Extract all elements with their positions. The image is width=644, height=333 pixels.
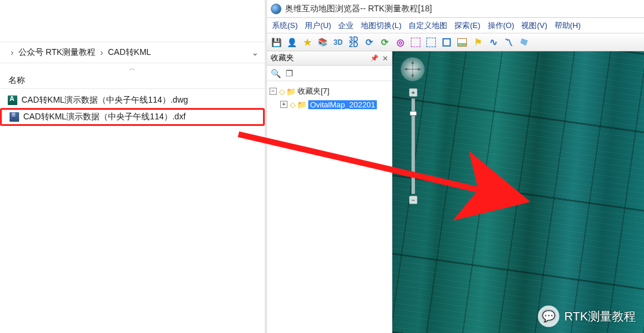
refresh-button[interactable]	[378, 36, 391, 49]
zigzag-icon	[504, 38, 513, 47]
chevron-right-icon[interactable]: ›	[6, 48, 18, 57]
breadcrumb-level-1[interactable]: 公众号 RTK测量教程	[18, 47, 96, 58]
pin-icon[interactable]: 📌	[370, 54, 379, 62]
column-sort-indicator[interactable]: ︿	[0, 63, 265, 73]
target-button[interactable]	[394, 36, 407, 49]
menu-view[interactable]: 视图(V)	[518, 20, 550, 31]
tree-root-label: 收藏夹[7]	[298, 86, 329, 97]
breadcrumb-level-2[interactable]: CAD转KML	[108, 47, 151, 58]
work-area: 收藏夹 📌 ✕ − 收藏夹[7] + OvitalM	[267, 51, 644, 333]
chevron-up-icon: ︿	[129, 64, 136, 72]
folder-icon	[297, 100, 308, 109]
select-area-button[interactable]	[409, 36, 422, 49]
menu-mapswitch[interactable]: 地图切换(L)	[357, 20, 405, 31]
zoom-out-button[interactable]: −	[409, 196, 417, 204]
solid-box-icon	[442, 38, 451, 47]
file-list: CAD转KML演示数据（中央子午线114）.dwg CAD转KML演示数据（中央…	[0, 89, 265, 130]
cascade-icon[interactable]	[286, 68, 293, 79]
breadcrumb[interactable]: › 公众号 RTK测量教程 › CAD转KML ⌄	[0, 42, 265, 63]
wechat-icon	[538, 306, 559, 327]
explorer-top-gap	[0, 0, 265, 42]
favorites-panel-header[interactable]: 收藏夹 📌 ✕	[267, 51, 392, 66]
menu-explore[interactable]: 探索(E)	[451, 20, 484, 31]
chevron-right-icon: ›	[95, 48, 108, 57]
file-name: CAD转KML演示数据（中央子午线114）.dwg	[21, 95, 188, 106]
rect-button[interactable]	[440, 36, 453, 49]
app-globe-icon	[271, 4, 281, 14]
window-title: 奥维互动地图浏览器-- RTK测量教程[18]	[285, 4, 432, 14]
file-name: CAD转KML演示数据（中央子午线114）.dxf	[23, 112, 185, 122]
dashed-box-icon	[411, 38, 420, 47]
pan-control[interactable]	[401, 57, 425, 81]
window-titlebar[interactable]: 奥维互动地图浏览器-- RTK测量教程[18]	[267, 0, 644, 18]
polygon-button[interactable]	[518, 36, 531, 49]
file-explorer-pane: › 公众号 RTK测量教程 › CAD转KML ⌄ ︿ 名称 CAD转KML演示…	[0, 0, 265, 333]
flag-button[interactable]	[471, 36, 484, 49]
diamond-icon	[290, 100, 297, 109]
favorite-button[interactable]	[301, 36, 314, 49]
file-row-dwg[interactable]: CAD转KML演示数据（中央子午线114）.dwg	[0, 92, 265, 108]
flag-icon	[474, 37, 482, 48]
polygon-icon	[520, 38, 528, 47]
menu-help[interactable]: 帮助(H)	[551, 20, 584, 31]
menu-system[interactable]: 系统(S)	[268, 20, 301, 31]
3d-button[interactable]: 3D	[332, 36, 345, 49]
user-icon	[287, 38, 297, 47]
refresh-icon	[381, 37, 389, 48]
favorites-tree: − 收藏夹[7] + OvitalMap_202201	[267, 81, 392, 333]
rotate-button[interactable]	[363, 36, 376, 49]
3d-icon: 3D	[333, 38, 342, 47]
tree-item-ovitalmap[interactable]: + OvitalMap_202201	[270, 98, 389, 111]
favorites-toolbar	[267, 66, 392, 81]
dashed-box2-icon	[426, 38, 436, 47]
diamond-icon	[279, 87, 286, 96]
rotate-icon	[366, 37, 373, 48]
menu-operate[interactable]: 操作(O)	[484, 20, 518, 31]
favorites-panel: 收藏夹 📌 ✕ − 收藏夹[7] + OvitalM	[267, 51, 392, 333]
3d2d-button[interactable]: 3D 2D	[347, 36, 360, 49]
path-button[interactable]	[487, 36, 500, 49]
dxf-file-icon	[9, 112, 20, 122]
collapse-icon[interactable]: −	[270, 88, 277, 95]
watermark: RTK测量教程	[538, 306, 636, 327]
zoom-thumb[interactable]	[410, 111, 417, 116]
polyline-button[interactable]	[502, 36, 515, 49]
map-view[interactable]: + −	[392, 51, 644, 333]
wave-icon	[490, 36, 497, 48]
stack-icon	[318, 38, 327, 47]
select-area2-button[interactable]	[425, 36, 438, 49]
3d2d-icon: 3D 2D	[349, 37, 358, 48]
menubar: 系统(S) 用户(U) 企业 地图切换(L) 自定义地图 探索(E) 操作(O)…	[267, 18, 644, 33]
breadcrumb-dropdown-icon[interactable]: ⌄	[252, 48, 259, 57]
toolbar: 3D 3D 2D	[267, 33, 644, 51]
image-button[interactable]	[456, 36, 469, 49]
layers-button[interactable]	[316, 36, 329, 49]
tree-root[interactable]: − 收藏夹[7]	[270, 85, 389, 98]
file-row-dxf-highlighted[interactable]: CAD转KML演示数据（中央子午线114）.dxf	[0, 108, 265, 126]
zoom-control[interactable]: + −	[409, 88, 417, 204]
picture-icon	[457, 38, 467, 47]
menu-custommap[interactable]: 自定义地图	[405, 20, 451, 31]
zoom-in-button[interactable]: +	[409, 88, 417, 97]
search-icon[interactable]	[271, 68, 281, 79]
save-button[interactable]	[270, 36, 283, 49]
menu-user[interactable]: 用户(U)	[301, 20, 335, 31]
ovital-map-window: 奥维互动地图浏览器-- RTK测量教程[18] 系统(S) 用户(U) 企业 地…	[267, 0, 644, 333]
menu-enterprise[interactable]: 企业	[335, 20, 357, 31]
bullseye-icon	[397, 37, 404, 48]
save-icon	[271, 38, 281, 47]
column-header-name[interactable]: 名称	[0, 73, 265, 89]
favorites-title: 收藏夹	[271, 53, 294, 63]
folder-icon	[286, 87, 298, 96]
star-icon	[304, 37, 311, 48]
expand-icon[interactable]: +	[280, 101, 287, 108]
satellite-imagery	[392, 51, 644, 333]
dwg-file-icon	[7, 95, 18, 106]
tree-item-label-selected: OvitalMap_202201	[308, 100, 377, 109]
zoom-track[interactable]	[411, 98, 415, 194]
close-icon[interactable]: ✕	[382, 54, 388, 63]
user-button[interactable]	[285, 36, 298, 49]
watermark-text: RTK测量教程	[564, 309, 636, 325]
